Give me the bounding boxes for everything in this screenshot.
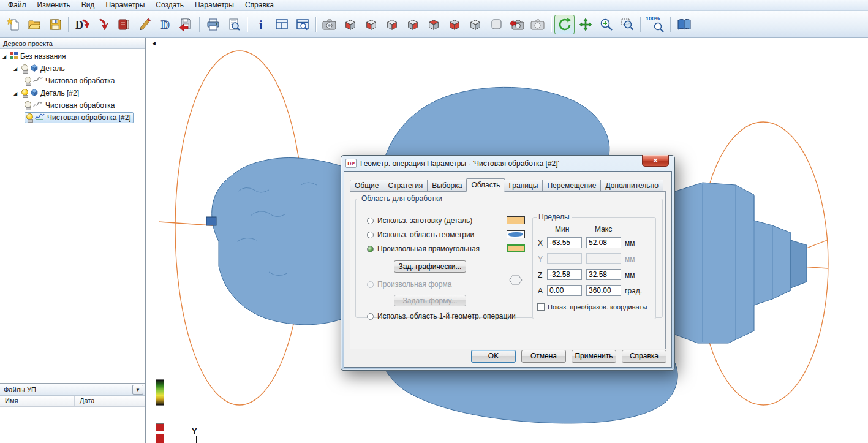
option-use-stock[interactable]: Использ. заготовку (деталь) xyxy=(367,216,472,225)
tab-borders[interactable]: Границы xyxy=(504,180,543,191)
help-button[interactable]: Справка xyxy=(622,350,666,363)
visibility-bulb-on-icon[interactable] xyxy=(21,89,28,97)
new-project-icon[interactable] xyxy=(3,15,23,34)
radio-icon[interactable] xyxy=(367,313,374,320)
tree-item-project[interactable]: Без названия xyxy=(0,50,145,62)
toolbar-separator xyxy=(313,15,319,34)
expander-icon[interactable] xyxy=(13,91,20,96)
pan-icon[interactable] xyxy=(575,15,595,34)
axis-label: Y xyxy=(538,255,543,263)
define-graphically-button[interactable]: Зад. графически... xyxy=(394,260,466,273)
view-bottom-icon[interactable] xyxy=(444,15,464,34)
view-iso-icon[interactable] xyxy=(465,15,485,34)
show-transformed-checkbox[interactable] xyxy=(537,303,545,311)
import-file-icon[interactable] xyxy=(92,15,113,34)
tree-item-operation-2-selected[interactable]: Чистовая обработка [#2] xyxy=(0,112,145,124)
apply-button[interactable]: Применить xyxy=(572,350,616,363)
chevron-down-icon[interactable] xyxy=(132,385,143,395)
library-icon[interactable] xyxy=(113,15,134,34)
help-icon[interactable] xyxy=(674,15,694,34)
tab-general[interactable]: Общие xyxy=(350,180,383,191)
option-use-first-operation-area[interactable]: Использ. область 1-й геометр. операции xyxy=(367,312,516,320)
tab-strategy[interactable]: Стратегия xyxy=(383,180,428,191)
dialog-title: Геометр. операция Параметры - 'Чистовая … xyxy=(360,159,559,168)
area-groupbox: Область для обработки Использ. заготовку… xyxy=(355,194,663,318)
tab-movement[interactable]: Перемещение xyxy=(543,180,601,191)
menu-file[interactable]: Файл xyxy=(2,0,32,10)
rotate-icon[interactable] xyxy=(554,15,575,34)
rectangle-area-swatch-icon xyxy=(507,244,525,252)
column-header-date[interactable]: Дата xyxy=(75,396,145,406)
column-header-name[interactable]: Имя xyxy=(0,396,75,406)
radio-icon[interactable] xyxy=(367,232,374,238)
limit-x-min-input[interactable] xyxy=(547,237,582,248)
export-toolpath-icon[interactable] xyxy=(176,15,196,34)
ok-button[interactable]: OK xyxy=(471,350,516,363)
visibility-bulb-on-icon[interactable] xyxy=(26,113,33,122)
tab-roughing[interactable]: Выборка xyxy=(428,180,467,191)
option-custom-rectangle[interactable]: Произвольная прямоугольная xyxy=(367,244,480,253)
expander-icon[interactable] xyxy=(2,54,9,59)
view-perspective-icon[interactable] xyxy=(486,15,506,34)
expander-icon[interactable] xyxy=(13,66,20,72)
limit-z-min-input[interactable] xyxy=(547,269,582,280)
menu-help[interactable]: Справка xyxy=(240,0,279,10)
tree-item-operation[interactable]: Чистовая обработка xyxy=(0,75,145,87)
print-preview-icon[interactable] xyxy=(224,15,244,34)
nc-files-panel: Файлы УП Имя Дата xyxy=(0,383,145,443)
tree-item-part[interactable]: Деталь xyxy=(0,62,145,75)
view-right-icon[interactable] xyxy=(382,15,402,34)
menu-parameters[interactable]: Параметры xyxy=(100,0,150,10)
view-window-icon[interactable] xyxy=(292,15,312,34)
viewport-3d[interactable]: Y DP Геометр. операция Параметры - 'Чист… xyxy=(146,38,868,443)
limit-a-min-input[interactable] xyxy=(547,285,582,296)
dialog-titlebar[interactable]: DP Геометр. операция Параметры - 'Чистов… xyxy=(344,156,672,171)
view-top-icon[interactable] xyxy=(423,15,443,34)
restore-view-icon[interactable] xyxy=(507,15,527,34)
info-icon[interactable]: i xyxy=(251,15,271,34)
limit-x-max-input[interactable] xyxy=(586,237,621,248)
limit-a-max-input[interactable] xyxy=(586,285,621,296)
tab-advanced[interactable]: Дополнительно xyxy=(601,180,663,191)
collapse-panel-icon[interactable] xyxy=(151,40,157,47)
tree-item-operation[interactable]: Чистовая обработка xyxy=(0,99,145,112)
close-icon[interactable] xyxy=(642,155,669,167)
axis-label: X xyxy=(538,239,543,248)
limit-z-max-input[interactable] xyxy=(586,269,621,280)
visibility-bulb-off-icon[interactable] xyxy=(25,101,31,110)
view-front-icon[interactable] xyxy=(361,15,381,34)
import-drawing-icon[interactable]: D xyxy=(72,15,92,34)
tree-item-part-2[interactable]: Деталь [#2] xyxy=(0,87,145,99)
drawing-icon[interactable]: D xyxy=(155,15,175,34)
tab-area[interactable]: Область xyxy=(466,178,505,192)
unit-label: мм xyxy=(625,271,635,279)
visibility-bulb-off-icon[interactable] xyxy=(25,77,31,85)
option-custom-shape: Произвольная форма xyxy=(367,280,451,289)
view-left-icon[interactable] xyxy=(340,15,360,34)
snapshot-icon[interactable] xyxy=(319,15,339,34)
calculate-icon[interactable] xyxy=(134,15,154,34)
part-icon xyxy=(30,64,39,74)
cancel-button[interactable]: Отмена xyxy=(521,350,566,363)
option-use-geometry-area[interactable]: Использ. область геометрии xyxy=(367,230,474,239)
open-icon[interactable] xyxy=(24,15,44,34)
radio-checked-icon[interactable] xyxy=(367,246,374,252)
deskproto-logo-icon: DP xyxy=(345,159,357,168)
zoom-in-icon[interactable] xyxy=(596,15,616,34)
limits-groupbox-title: Пределы xyxy=(537,213,572,221)
zoom-100-icon[interactable]: 100% xyxy=(644,15,667,34)
menu-view[interactable]: Вид xyxy=(76,0,100,10)
print-icon[interactable] xyxy=(203,15,223,34)
menu-edit[interactable]: Изменить xyxy=(32,0,76,10)
zoom-window-icon[interactable] xyxy=(617,15,637,34)
view-back-icon[interactable] xyxy=(402,15,423,34)
menu-parameters-2[interactable]: Параметры xyxy=(189,0,240,10)
visibility-bulb-off-icon[interactable] xyxy=(21,64,28,73)
limit-y-min-input xyxy=(547,253,582,264)
saved-view-icon[interactable] xyxy=(527,15,548,34)
menu-create[interactable]: Создать xyxy=(150,0,189,10)
nc-files-list[interactable] xyxy=(0,407,145,443)
radio-icon[interactable] xyxy=(367,218,374,224)
save-icon[interactable] xyxy=(45,15,65,34)
split-window-icon[interactable] xyxy=(271,15,292,34)
